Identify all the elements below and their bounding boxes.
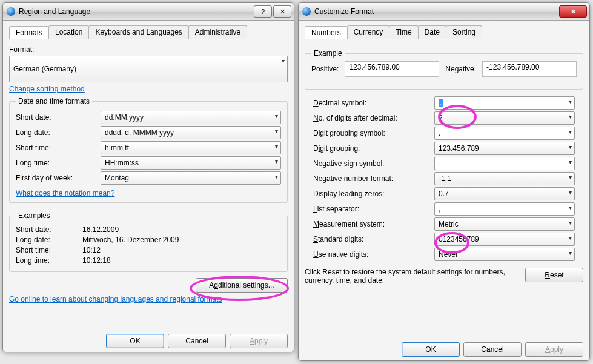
first-day-combo[interactable]: Montag (101, 171, 281, 185)
additional-settings-button[interactable]: Additional settings... (196, 278, 288, 293)
long-date-combo[interactable]: dddd, d. MMMM yyyy (101, 126, 281, 139)
short-date-label: Short date: (16, 113, 101, 122)
tab-sorting[interactable]: Sorting (446, 25, 482, 39)
globe-icon (302, 7, 311, 16)
example-short-date: 16.12.2009 (82, 225, 281, 234)
date-time-group: Date and time formats Short date: dd.MM.… (9, 97, 288, 203)
tab-currency[interactable]: Currency (347, 25, 390, 39)
neg-sign-combo[interactable]: - (434, 157, 575, 170)
globe-icon (7, 7, 15, 16)
example-group: Example Positive: 123.456.789.00 Negativ… (305, 49, 583, 90)
region-language-dialog: Region and Language ? ✕ Formats Location… (2, 2, 294, 352)
positive-value: 123.456.789.00 (345, 61, 439, 77)
positive-label: Positive: (311, 65, 339, 73)
lead-zero-combo[interactable]: 0.7 (434, 187, 575, 200)
measure-combo[interactable]: Metric (434, 217, 575, 231)
examples-group: Examples Short date:16.12.2009 Long date… (9, 211, 288, 272)
examples-legend: Examples (16, 211, 53, 220)
grouping-label: Digit grouping: (313, 144, 434, 153)
example-long-date: Mittwoch, 16. Dezember 2009 (82, 236, 281, 244)
long-time-combo[interactable]: HH:mm:ss (101, 156, 281, 170)
titlebar[interactable]: Customize Format ✕ (299, 3, 589, 21)
tab-date[interactable]: Date (418, 25, 446, 39)
close-button[interactable]: ✕ (559, 5, 587, 18)
format-value: German (Germany) (13, 65, 76, 73)
online-help-link[interactable]: Go online to learn about changing langua… (9, 295, 288, 303)
negative-label: Negative: (445, 65, 476, 73)
decimal-symbol-label: Decimal symbol: (313, 99, 434, 107)
change-sorting-link[interactable]: Change sorting method (9, 85, 288, 93)
digits-after-combo[interactable]: 2 (434, 111, 575, 125)
tab-location[interactable]: Location (48, 25, 89, 39)
help-button[interactable]: ? (254, 5, 272, 18)
customize-format-dialog: Customize Format ✕ Numbers Currency Time… (298, 2, 590, 361)
tab-numbers[interactable]: Numbers (305, 26, 348, 39)
group-symbol-combo[interactable]: . (434, 127, 575, 140)
ok-button[interactable]: OK (402, 342, 460, 357)
long-time-label: Long time: (16, 159, 101, 167)
neg-format-combo[interactable]: -1.1 (434, 172, 575, 185)
notation-link[interactable]: What does the notation mean? (16, 189, 114, 197)
short-time-label: Short time: (16, 144, 101, 152)
negative-value: -123.456.789.00 (482, 61, 577, 77)
tab-time[interactable]: Time (389, 25, 418, 39)
short-time-combo[interactable]: h:mm tt (101, 141, 281, 154)
tab-formats[interactable]: Formats (9, 26, 49, 39)
decimal-symbol-combo[interactable]: . (434, 96, 575, 110)
example-long-time: 10:12:18 (82, 256, 281, 265)
apply-button[interactable]: Apply (230, 334, 288, 348)
reset-button[interactable]: Reset (525, 268, 583, 282)
tab-keyboards[interactable]: Keyboards and Languages (88, 25, 188, 39)
date-time-legend: Date and time formats (16, 97, 92, 105)
grouping-combo[interactable]: 123.456.789 (434, 142, 575, 155)
long-date-label: Long date: (16, 128, 101, 137)
ok-button[interactable]: OK (106, 334, 164, 348)
neg-sign-label: Negative sign symbol: (313, 159, 434, 168)
dialog-title: Region and Language (19, 7, 253, 16)
neg-format-label: Negative number format: (313, 174, 434, 183)
titlebar[interactable]: Region and Language ? ✕ (3, 3, 294, 21)
format-label: Format: (9, 45, 288, 54)
format-combo[interactable]: German (Germany) (9, 56, 288, 82)
std-digits-label: Standard digits: (313, 235, 434, 243)
cancel-button[interactable]: Cancel (463, 342, 522, 357)
list-sep-combo[interactable]: , (434, 202, 575, 216)
native-digits-label: Use native digits: (313, 250, 434, 259)
apply-button[interactable]: Apply (525, 342, 583, 357)
example-legend: Example (311, 49, 345, 58)
example-short-time: 10:12 (82, 246, 281, 254)
tab-strip: Numbers Currency Time Date Sorting (305, 25, 583, 39)
dialog-title: Customize Format (314, 7, 558, 16)
list-sep-label: List separator: (313, 205, 434, 213)
first-day-label: First day of week: (16, 174, 101, 182)
lead-zero-label: Display leading zeros: (313, 190, 434, 198)
close-button[interactable]: ✕ (273, 5, 291, 18)
tab-strip: Formats Location Keyboards and Languages… (9, 25, 288, 39)
cancel-button[interactable]: Cancel (168, 334, 226, 348)
std-digits-combo[interactable]: 0123456789 (434, 233, 575, 246)
tab-administrative[interactable]: Administrative (188, 25, 247, 39)
short-date-combo[interactable]: dd.MM.yyyy (101, 111, 281, 124)
reset-text: Click Reset to restore the system defaul… (305, 268, 519, 285)
digits-after-label: No. of digits after decimal: (313, 114, 434, 122)
measure-label: Measurement system: (313, 220, 434, 228)
native-digits-combo[interactable]: Never (434, 248, 575, 261)
group-symbol-label: Digit grouping symbol: (313, 129, 434, 137)
